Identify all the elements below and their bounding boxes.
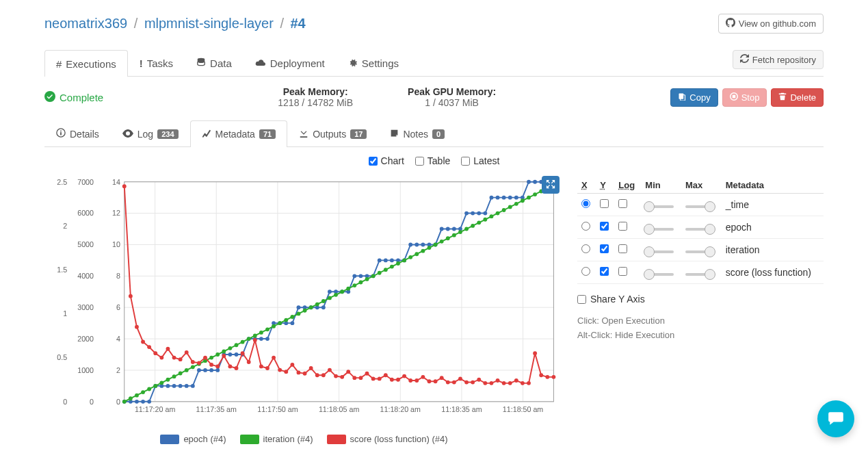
svg-point-235 <box>378 377 382 381</box>
svg-point-239 <box>402 374 406 378</box>
svg-point-113 <box>490 196 494 200</box>
svg-text:2.5: 2.5 <box>57 178 67 186</box>
svg-text:1: 1 <box>63 309 67 318</box>
svg-point-205 <box>191 360 195 364</box>
delete-button[interactable]: Delete <box>771 88 824 107</box>
chat-fab[interactable] <box>817 400 854 437</box>
view-on-github-button[interactable]: View on github.com <box>718 14 824 34</box>
svg-point-166 <box>384 268 388 272</box>
svg-text:0: 0 <box>90 398 94 406</box>
max-slider[interactable] <box>685 205 714 208</box>
legend-item[interactable]: iteration (#4) <box>240 434 313 444</box>
svg-point-160 <box>346 287 350 291</box>
svg-point-231 <box>352 376 356 380</box>
svg-point-92 <box>359 274 363 278</box>
svg-point-100 <box>408 243 412 247</box>
y-checkbox[interactable] <box>600 222 609 231</box>
svg-point-187 <box>514 202 518 206</box>
svg-point-68 <box>209 368 213 372</box>
svg-point-175 <box>440 240 444 244</box>
min-slider[interactable] <box>645 205 674 208</box>
metadata-series-table: X Y Log Min Max Metadata _timeepochitera… <box>577 177 824 284</box>
note-icon <box>390 129 399 140</box>
view-latest[interactable]: Latest <box>461 155 499 166</box>
x-radio[interactable] <box>581 222 590 231</box>
x-radio[interactable] <box>581 267 590 276</box>
svg-point-227 <box>328 368 332 372</box>
svg-point-165 <box>378 271 382 275</box>
hash-icon: # <box>56 58 62 70</box>
svg-point-56 <box>135 400 139 404</box>
legend-item[interactable]: score (loss function) (#4) <box>327 434 448 444</box>
x-radio[interactable] <box>581 244 590 253</box>
tab-deployment[interactable]: Deployment <box>244 50 337 76</box>
svg-point-81 <box>290 321 294 325</box>
subtab-metadata[interactable]: Metadata 71 <box>190 120 288 147</box>
min-slider[interactable] <box>645 273 674 276</box>
svg-point-176 <box>446 236 450 240</box>
breadcrumb-run[interactable]: #4 <box>291 16 306 31</box>
legend-item[interactable]: epoch (#4) <box>160 434 226 444</box>
share-y-axis-label: Share Y Axis <box>590 294 645 305</box>
view-chart[interactable]: Chart <box>369 155 404 166</box>
log-checkbox[interactable] <box>618 222 627 231</box>
copy-button[interactable]: Copy <box>670 88 718 107</box>
subtab-details[interactable]: Details <box>44 120 111 146</box>
trash-icon <box>778 92 787 103</box>
svg-rect-5 <box>732 94 735 98</box>
chart-area: 00.511.522.50100020003000400050006000700… <box>44 172 564 451</box>
metadata-name: score (loss function) <box>722 261 824 284</box>
min-slider[interactable] <box>645 228 674 231</box>
y-checkbox[interactable] <box>600 244 609 253</box>
metadata-row: score (loss function) <box>577 261 824 284</box>
notes-count-badge: 0 <box>432 129 445 139</box>
y-checkbox[interactable] <box>600 199 609 208</box>
svg-point-57 <box>141 400 145 404</box>
expand-chart-button[interactable] <box>542 176 560 194</box>
tab-settings[interactable]: Settings <box>337 50 410 76</box>
view-table[interactable]: Table <box>415 155 450 166</box>
fetch-repository-button[interactable]: Fetch repository <box>733 50 824 69</box>
sub-tabs: Details Log 234 Metadata 71 Outputs 17 <box>44 120 824 147</box>
svg-text:5000: 5000 <box>77 240 94 248</box>
svg-text:1.5: 1.5 <box>57 266 67 274</box>
svg-point-7 <box>60 131 62 132</box>
svg-point-67 <box>203 368 207 372</box>
svg-point-241 <box>415 378 419 383</box>
chart-legend: epoch (#4)iteration (#4)score (loss func… <box>44 427 564 451</box>
svg-point-228 <box>334 374 338 378</box>
breadcrumb: neomatrix369 / mlpmnist-single-layer / #… <box>44 16 306 31</box>
breadcrumb-project[interactable]: mlpmnist-single-layer <box>144 16 274 31</box>
svg-point-207 <box>203 356 207 360</box>
max-slider[interactable] <box>685 228 714 231</box>
svg-point-159 <box>340 289 344 294</box>
max-slider[interactable] <box>685 273 714 276</box>
tab-executions[interactable]: # Executions <box>44 50 128 77</box>
svg-point-199 <box>153 351 157 355</box>
svg-point-126 <box>135 394 139 398</box>
svg-point-198 <box>147 345 151 349</box>
svg-point-139 <box>215 352 220 357</box>
tab-data[interactable]: Data <box>185 50 244 76</box>
stop-button[interactable]: Stop <box>722 88 767 107</box>
svg-point-253 <box>490 381 494 385</box>
log-checkbox[interactable] <box>618 199 627 208</box>
svg-point-110 <box>471 211 475 216</box>
log-checkbox[interactable] <box>618 267 627 276</box>
min-slider[interactable] <box>645 250 674 253</box>
x-radio[interactable] <box>581 199 590 208</box>
svg-point-171 <box>415 252 419 256</box>
svg-point-141 <box>228 346 232 350</box>
breadcrumb-user[interactable]: neomatrix369 <box>44 16 127 31</box>
max-slider[interactable] <box>685 250 714 253</box>
log-checkbox[interactable] <box>618 244 627 253</box>
subtab-outputs[interactable]: Outputs 17 <box>287 120 378 146</box>
subtab-log[interactable]: Log 234 <box>111 120 190 146</box>
y-checkbox[interactable] <box>600 267 609 276</box>
subtab-notes[interactable]: Notes 0 <box>378 120 456 146</box>
svg-point-206 <box>197 361 201 365</box>
tab-tasks[interactable]: ! Tasks <box>128 50 185 76</box>
share-y-axis-checkbox[interactable] <box>577 295 586 304</box>
svg-point-114 <box>496 196 500 200</box>
svg-point-180 <box>471 224 475 228</box>
